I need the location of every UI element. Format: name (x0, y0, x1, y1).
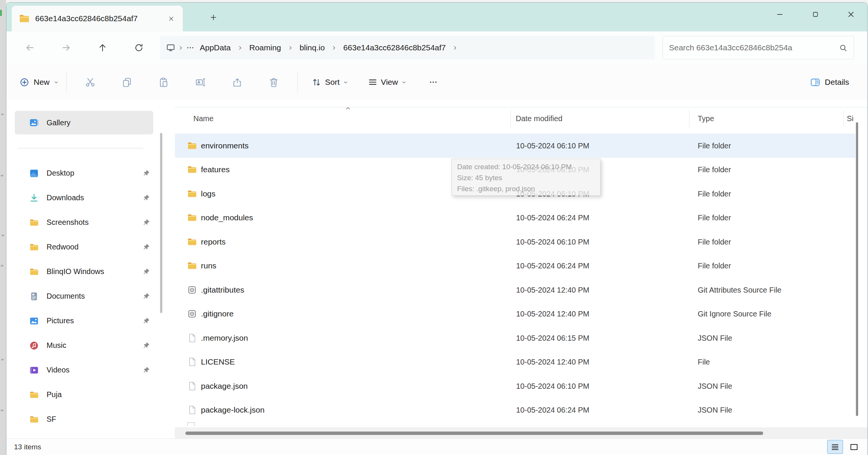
folder-icon (29, 242, 39, 252)
file-type: File folder (698, 237, 731, 246)
file-row-license[interactable]: LICENSE10-05-2024 12:40 PMFile (175, 350, 867, 374)
breadcrumb-overflow-button[interactable] (186, 44, 194, 52)
sidebar-item-screenshots[interactable]: Screenshots (15, 210, 154, 235)
search-input[interactable] (669, 43, 839, 52)
large-icons-view-button[interactable] (846, 440, 862, 454)
file-type: JSON File (698, 333, 732, 342)
copy-button[interactable] (109, 70, 145, 94)
horizontal-scrollbar-thumb[interactable] (185, 432, 763, 435)
file-name: .memory.json (201, 333, 248, 343)
sidebar-divider (18, 148, 143, 148)
file-row-reports[interactable]: reports10-05-2024 06:10 PMFile folder (175, 230, 867, 254)
pin-icon (142, 194, 150, 202)
sidebar-scrollbar[interactable] (160, 133, 162, 313)
breadcrumb-item[interactable]: blinq.io (296, 41, 329, 55)
breadcrumb-item[interactable]: 663e14a3cc62846c8b254af7 (339, 41, 450, 55)
sidebar-item-puja[interactable]: Puja (15, 382, 154, 407)
up-arrow-icon (98, 43, 107, 53)
column-divider[interactable] (510, 110, 511, 127)
sidebar-item-downloads[interactable]: Downloads (15, 185, 154, 210)
items-count: 13 items (14, 439, 41, 455)
share-button[interactable] (219, 70, 255, 94)
sidebar-item-pictures[interactable]: Pictures (15, 309, 154, 333)
pin-icon (142, 268, 150, 276)
sidebar-item-music[interactable]: Music (15, 333, 154, 358)
file-row--gitattributes[interactable]: .gitattributes10-05-2024 12:40 PMGit Att… (175, 278, 867, 302)
sidebar-item-sf[interactable]: SF (15, 407, 154, 432)
forward-button[interactable] (48, 36, 84, 59)
sort-button[interactable]: Sort (311, 77, 348, 87)
sidebar-item-documents[interactable]: Documents (15, 284, 154, 309)
file-name: node_modules (201, 213, 253, 222)
file-date-modified: 10-05-2024 06:10 PM (516, 141, 589, 150)
column-header-name[interactable]: Name (193, 108, 213, 129)
cut-button[interactable] (72, 70, 109, 94)
explorer-window: 663e14a3cc62846c8b254af7 AppDataRoamingb… (6, 2, 868, 455)
column-header-date-modified[interactable]: Date modified (516, 108, 562, 129)
details-view-button[interactable] (827, 440, 843, 454)
sidebar-item-label: Videos (47, 366, 70, 374)
see-more-button[interactable] (424, 73, 443, 92)
new-button[interactable]: New (17, 77, 61, 87)
file-type: File folder (698, 141, 731, 150)
pin-icon (142, 292, 150, 300)
rename-button[interactable] (182, 70, 219, 94)
toolbar-divider (297, 72, 298, 92)
details-panel-icon (810, 77, 820, 87)
tooltip-files: Files: .gitkeep, prod.json (457, 183, 595, 194)
sidebar-item-redwood[interactable]: Redwood (15, 235, 154, 259)
file-row-environments[interactable]: environments10-05-2024 06:10 PMFile fold… (175, 134, 856, 158)
chevron-right-icon (288, 45, 293, 51)
file-date-modified: 10-05-2024 06:24 PM (516, 213, 589, 222)
file-row--memory-json[interactable]: .memory.json10-05-2024 06:15 PMJSON File (175, 326, 867, 350)
folder-icon (29, 390, 39, 400)
sidebar-item-videos[interactable]: Videos (15, 358, 154, 382)
delete-button[interactable] (255, 70, 292, 94)
file-row--gitignore[interactable]: .gitignore10-05-2024 12:40 PMGit Ignore … (175, 302, 867, 326)
vertical-scrollbar[interactable] (856, 122, 858, 416)
file-row-package-json[interactable]: package.json10-05-2024 06:10 PMJSON File (175, 374, 867, 398)
maximize-button[interactable] (809, 8, 822, 21)
file-name: reports (201, 237, 226, 246)
column-header-size[interactable]: Si (847, 108, 854, 129)
file-name: LICENSE (201, 357, 235, 366)
this-pc-icon[interactable] (166, 43, 175, 52)
minimize-button[interactable] (773, 8, 786, 21)
minimize-icon (776, 10, 784, 19)
view-button[interactable]: View (368, 77, 406, 87)
column-header-type[interactable]: Type (698, 108, 714, 129)
pin-icon (142, 218, 150, 226)
file-date-modified: 10-05-2024 06:10 PM (516, 382, 589, 390)
file-row-runs[interactable]: runs10-05-2024 06:24 PMFile folder (175, 254, 867, 278)
tab-663e14a3cc62846c8b254af7[interactable]: 663e14a3cc62846c8b254af7 (12, 6, 183, 31)
chevron-right-icon (452, 45, 458, 51)
search-box[interactable] (663, 36, 854, 59)
folder-tooltip: Date created: 10-05-2024 06:10 PM Size: … (451, 159, 600, 196)
tooltip-date-created: Date created: 10-05-2024 06:10 PM (457, 161, 595, 172)
paste-button[interactable] (145, 70, 182, 94)
plus-circle-icon (19, 77, 30, 87)
horizontal-scrollbar-track[interactable] (175, 427, 867, 439)
file-row-package-lock-json[interactable]: package-lock.json10-05-2024 06:24 PMJSON… (175, 398, 867, 422)
sidebar-item-desktop[interactable]: Desktop (15, 161, 154, 185)
refresh-button[interactable] (121, 36, 157, 59)
new-tab-button[interactable] (207, 11, 220, 24)
paste-icon (158, 77, 169, 88)
share-icon (232, 77, 243, 88)
sidebar-item-gallery[interactable]: Gallery (15, 111, 153, 134)
back-button[interactable] (12, 36, 48, 59)
sidebar-item-blinqio-windows[interactable]: BlinqIO Windows (15, 259, 154, 284)
column-divider[interactable] (689, 110, 689, 127)
breadcrumb-item[interactable]: AppData (196, 41, 235, 55)
breadcrumb-item[interactable]: Roaming (246, 41, 285, 55)
breadcrumb-bar[interactable]: AppDataRoamingblinq.io663e14a3cc62846c8b… (160, 36, 655, 59)
file-row-node-modules[interactable]: node_modules10-05-2024 06:24 PMFile fold… (175, 206, 867, 230)
sidebar-item-label: Documents (47, 292, 85, 301)
background-fragment (0, 10, 2, 16)
details-pane-button[interactable]: Details (810, 71, 849, 93)
tab-close-button[interactable] (165, 12, 177, 25)
column-divider[interactable] (843, 110, 844, 127)
up-button[interactable] (84, 36, 121, 59)
file-type: Git Attributes Source File (698, 285, 781, 294)
close-button[interactable] (845, 8, 857, 21)
